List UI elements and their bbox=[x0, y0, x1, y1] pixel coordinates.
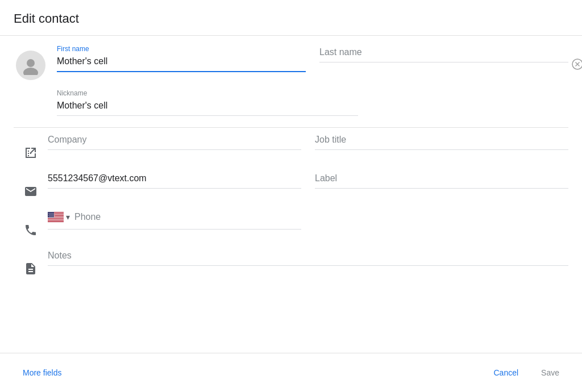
first-name-label: First name bbox=[57, 45, 306, 53]
nickname-input[interactable] bbox=[57, 98, 358, 116]
company-field bbox=[48, 132, 301, 150]
footer-right: Cancel Save bbox=[484, 362, 568, 383]
save-button[interactable]: Save bbox=[532, 362, 568, 383]
email-label-field bbox=[315, 171, 568, 189]
email-label-input[interactable] bbox=[315, 171, 568, 189]
phone-icon-wrapper bbox=[14, 210, 48, 237]
clear-name-button[interactable] bbox=[569, 56, 582, 72]
phone-field: ★★★★★★ ★★★★★ ★★★★★★ ★★★★★ ▾ bbox=[48, 210, 301, 230]
dropdown-arrow-icon: ▾ bbox=[66, 212, 70, 222]
dialog-title: Edit contact bbox=[14, 11, 568, 26]
svg-rect-5 bbox=[28, 151, 29, 152]
first-name-field: First name bbox=[57, 45, 306, 72]
svg-point-1 bbox=[23, 68, 38, 75]
svg-rect-19 bbox=[48, 220, 64, 220]
email-input[interactable] bbox=[48, 171, 301, 189]
phone-icon bbox=[24, 223, 38, 237]
job-title-input[interactable] bbox=[315, 132, 568, 150]
footer-left: More fields bbox=[14, 362, 70, 383]
phone-fields: ★★★★★★ ★★★★★ ★★★★★★ ★★★★★ ▾ bbox=[48, 210, 568, 230]
svg-rect-18 bbox=[48, 219, 64, 219]
phone-input-wrapper: ★★★★★★ ★★★★★ ★★★★★★ ★★★★★ ▾ bbox=[48, 210, 301, 230]
phone-row: ★★★★★★ ★★★★★ ★★★★★★ ★★★★★ ▾ bbox=[14, 210, 568, 237]
last-name-input[interactable] bbox=[319, 45, 568, 62]
notes-row bbox=[14, 248, 568, 276]
dialog-body: First name Nickname bbox=[0, 36, 582, 353]
person-icon bbox=[21, 56, 40, 75]
phone-spacer bbox=[315, 210, 568, 230]
svg-rect-20 bbox=[48, 220, 64, 221]
name-fields: First name bbox=[57, 45, 568, 72]
notes-icon bbox=[24, 262, 38, 276]
notes-input[interactable] bbox=[48, 248, 568, 266]
company-icon bbox=[24, 146, 38, 160]
avatar-wrapper[interactable] bbox=[14, 45, 48, 80]
edit-contact-dialog: Edit contact First name bbox=[0, 0, 582, 392]
notes-fields bbox=[48, 248, 568, 266]
notes-field bbox=[48, 248, 568, 266]
clear-icon bbox=[572, 59, 582, 70]
cancel-button[interactable]: Cancel bbox=[484, 362, 527, 383]
company-icon-wrapper bbox=[14, 132, 48, 160]
name-row: First name bbox=[14, 45, 568, 80]
company-fields bbox=[48, 132, 568, 150]
avatar[interactable] bbox=[16, 51, 45, 80]
first-name-input[interactable] bbox=[57, 54, 306, 72]
job-title-field bbox=[315, 132, 568, 150]
svg-rect-8 bbox=[28, 155, 29, 156]
svg-rect-7 bbox=[30, 153, 31, 154]
svg-rect-17 bbox=[48, 218, 64, 219]
nickname-row: Nickname bbox=[14, 89, 568, 116]
company-row bbox=[14, 132, 568, 160]
divider-1 bbox=[14, 127, 568, 128]
country-selector[interactable]: ★★★★★★ ★★★★★ ★★★★★★ ★★★★★ ▾ bbox=[48, 212, 70, 222]
us-flag-icon: ★★★★★★ ★★★★★ ★★★★★★ ★★★★★ bbox=[48, 212, 64, 222]
phone-input[interactable] bbox=[74, 210, 301, 224]
last-name-field bbox=[319, 45, 568, 62]
dialog-footer: More fields Cancel Save bbox=[0, 353, 582, 392]
dialog-header: Edit contact bbox=[0, 0, 582, 36]
email-field bbox=[48, 171, 301, 189]
email-row bbox=[14, 171, 568, 198]
email-fields bbox=[48, 171, 568, 189]
email-icon bbox=[24, 185, 38, 198]
svg-rect-16 bbox=[48, 218, 64, 218]
svg-point-0 bbox=[27, 59, 35, 67]
notes-icon-wrapper bbox=[14, 248, 48, 276]
email-icon-wrapper bbox=[14, 171, 48, 198]
nickname-label: Nickname bbox=[57, 89, 358, 97]
svg-rect-21 bbox=[48, 222, 64, 222]
svg-rect-6 bbox=[28, 153, 29, 154]
more-fields-button[interactable]: More fields bbox=[14, 362, 70, 383]
nickname-field: Nickname bbox=[57, 89, 358, 116]
company-input[interactable] bbox=[48, 132, 301, 150]
